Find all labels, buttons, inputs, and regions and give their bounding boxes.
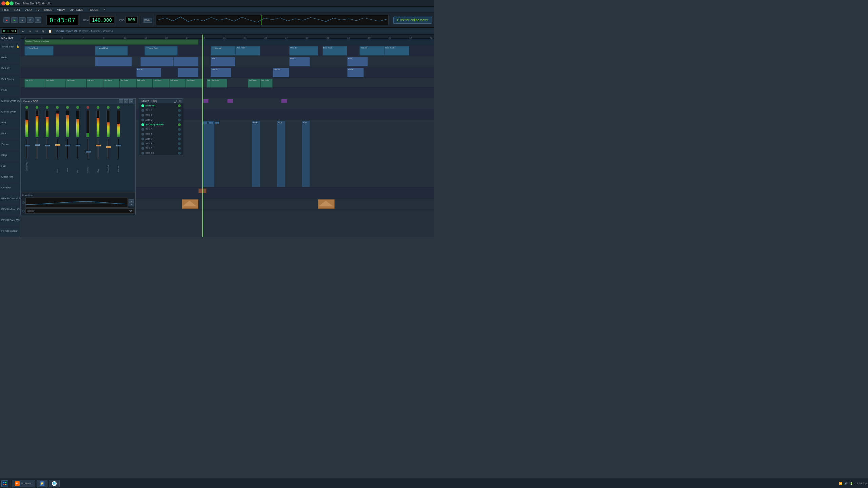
pattern-bell-stabs-7[interactable]: Bell Stabs	[136, 79, 153, 88]
pattern-bell-6[interactable]: Bell	[347, 57, 368, 66]
pattern-vocal-pad-2[interactable]: 🎵 Vocal Pad	[95, 46, 128, 56]
mixer-channel-7[interactable]: Cymbal	[83, 105, 93, 191]
pattern-bell-stabs-5[interactable]: Bell Stabs	[103, 79, 120, 88]
pattern-button[interactable]: ⊞	[27, 17, 34, 23]
mixer-list-item-slot1[interactable]: Slot 1	[139, 108, 183, 113]
pattern-bell-1[interactable]	[95, 57, 132, 66]
close-button[interactable]	[1, 1, 5, 5]
mixer-list-item-slot9[interactable]: Slot 9	[139, 146, 183, 151]
pattern-bell-stabs-4[interactable]: Bel..abc	[86, 79, 103, 88]
mode-display[interactable]: Wide	[143, 18, 152, 23]
pattern-master-volume[interactable]: Master - Volume envelope	[24, 39, 198, 45]
eq-up-btn[interactable]: ▲	[129, 199, 134, 203]
pattern-bell2-3[interactable]: Bell #2	[211, 68, 231, 77]
pattern-bell-stabs-6[interactable]: Bell Stabs	[120, 79, 136, 88]
eq-toggle[interactable]	[22, 201, 25, 204]
track-label-808[interactable]: 808	[0, 117, 20, 128]
eq-down-btn[interactable]: ▼	[129, 203, 134, 206]
menu-tools[interactable]: TOOLS	[87, 8, 99, 12]
menu-options[interactable]: OPTIONS	[68, 8, 84, 12]
pattern-bell2-5[interactable]: Bell #2	[347, 68, 364, 77]
menu-add[interactable]: ADD	[24, 8, 33, 12]
mixer-expand-btn[interactable]: □	[124, 99, 128, 103]
preset-toggle[interactable]	[22, 210, 25, 212]
mixer-list-item-slot6[interactable]: Slot 6	[139, 132, 183, 137]
mixer-list-item-slot2a[interactable]: Slot 2	[139, 113, 183, 118]
menu-edit[interactable]: EDIT	[13, 8, 22, 12]
track-label-open-hat[interactable]: Open Hat	[0, 171, 20, 182]
pattern-bell-stabs-14[interactable]: Bell Stabs	[260, 79, 273, 88]
track-label-ffxiii-cursor[interactable]: FFXIII Cursor	[0, 226, 20, 237]
mixer-channel-clap[interactable]: Clap	[93, 105, 103, 191]
toolbar-redo[interactable]: ↪	[27, 29, 33, 33]
track-label-hat[interactable]: Hat	[0, 161, 20, 171]
mixer-channel-5[interactable]: Snare	[63, 105, 72, 191]
pattern-bell2-2[interactable]	[178, 68, 198, 77]
pattern-bell-stabs-3[interactable]: Bell Stabs	[66, 79, 86, 88]
mixer-close-btn[interactable]: ×	[129, 99, 133, 103]
maximize-button[interactable]	[9, 1, 14, 5]
track-label-grime-synth2[interactable]: Grime Synth #2	[0, 96, 20, 106]
song-button[interactable]: ≡	[35, 17, 41, 23]
mixer-list-max-btn[interactable]: □	[176, 99, 178, 103]
track-label-bell-stabs[interactable]: Bell Stabs	[0, 74, 20, 85]
pattern-vocal-pad-8[interactable]: Voc. ad	[359, 46, 388, 56]
mixer-channel-6[interactable]: Hat	[73, 105, 82, 191]
pattern-vocal-pad-6[interactable]: Voc. ad	[289, 46, 318, 56]
pattern-bell-5[interactable]: Bell	[289, 57, 310, 66]
pattern-bell-stabs-1[interactable]: Bell Stabs	[24, 79, 45, 88]
pattern-bell-stabs-12[interactable]: Bell Stabs	[211, 79, 227, 88]
track-label-snare[interactable]: Snare	[0, 139, 20, 150]
mixer-channel-beat-tag[interactable]: Beat Tag	[114, 105, 123, 191]
mixer-channel-3[interactable]	[42, 105, 52, 191]
pattern-bell-stabs-2[interactable]: Bell Stabs	[45, 79, 66, 88]
mixer-channel-vocal-pad[interactable]: Vocal Pad	[22, 105, 32, 191]
pattern-bell-stabs-10[interactable]: Bell Stabs	[186, 79, 202, 88]
mixer-list-item-slot8[interactable]: Slot 8	[139, 141, 183, 146]
menu-patterns[interactable]: PATTERNS	[36, 8, 54, 12]
pattern-bell-4[interactable]: Bell	[211, 57, 235, 66]
mixer-list-item-slot5[interactable]: Slot 5	[139, 127, 183, 132]
news-button[interactable]: Click for online news	[393, 17, 432, 24]
pattern-riser-2[interactable]	[318, 199, 335, 209]
pattern-808-3[interactable]: 808	[277, 121, 285, 187]
preset-select[interactable]: (none)	[25, 208, 134, 214]
track-label-master[interactable]: MASTER	[0, 35, 20, 41]
minimize-button[interactable]	[5, 1, 9, 5]
play-button[interactable]: ▶	[11, 17, 18, 23]
pattern-bell2-4[interactable]: Bell #2	[273, 68, 289, 77]
toolbar-cut[interactable]: ✂	[34, 29, 40, 33]
track-label-ffxiii-cancel[interactable]: FFXIII Cancel Sound	[0, 193, 20, 204]
menu-help[interactable]: ?	[102, 8, 106, 12]
pattern-vocal-pad-5[interactable]: Voc. Pad	[235, 46, 260, 56]
pattern-vocal-pad-7[interactable]: Boc. Pad	[322, 46, 347, 56]
track-label-cymbol[interactable]: Cymbol	[0, 182, 20, 193]
mixer-list-item-soundgoodizer[interactable]: Soundgoodizer	[139, 122, 183, 127]
mixer-list-item-master[interactable]: (master)	[139, 103, 183, 108]
pattern-bell2-1[interactable]: Bell #2	[136, 68, 161, 77]
track-label-ffxiii-face[interactable]: FFXIII Face Window	[0, 215, 20, 226]
track-label-sfx-riser[interactable]: Sfx Riser	[0, 237, 20, 237]
track-label-bells[interactable]: Bells	[0, 52, 20, 63]
pattern-bell-3[interactable]	[173, 57, 198, 66]
mixer-channel-2[interactable]	[32, 105, 42, 191]
track-label-bell2[interactable]: Bell #2	[0, 63, 20, 74]
channel-mute-btn[interactable]	[25, 106, 28, 109]
track-label-ffxiii-menu[interactable]: FFXIII Menu Change	[0, 204, 20, 215]
pattern-vocal-pad-9[interactable]: Boc. Pad	[384, 46, 409, 56]
mixer-list-item-slot7[interactable]: Slot 7	[139, 137, 183, 141]
mixer-header[interactable]: Mixer - 808 _ □ ×	[21, 99, 135, 104]
track-label-clap[interactable]: Clap	[0, 150, 20, 161]
track-label-vocal-pad[interactable]: Vocal Pad 🔒	[0, 41, 20, 52]
pattern-grime-synth2-3[interactable]	[281, 99, 287, 103]
mixer-list-min-btn[interactable]: _	[174, 99, 176, 103]
pattern-grime-synth2-1[interactable]	[202, 99, 209, 103]
toolbar-paste[interactable]: 📋	[47, 29, 53, 33]
pattern-vocal-pad-3[interactable]: 🎵 Vocal Pad	[144, 46, 178, 56]
pattern-808-1[interactable]: 808	[202, 121, 215, 187]
pattern-grime-synth2-2[interactable]	[227, 99, 233, 103]
menu-file[interactable]: FILE	[1, 8, 10, 12]
track-label-kick[interactable]: Kick	[0, 128, 20, 139]
pattern-bell-stabs-13[interactable]: Bell Stabs	[248, 79, 260, 88]
stop-button[interactable]: ■	[19, 17, 26, 23]
